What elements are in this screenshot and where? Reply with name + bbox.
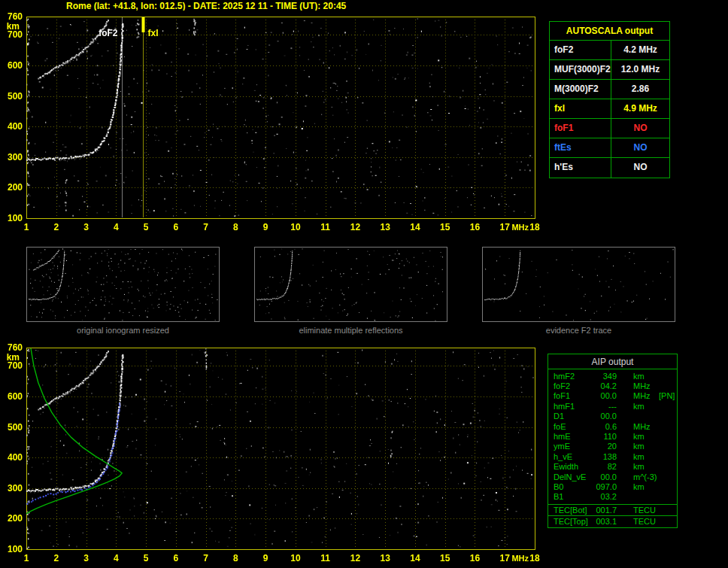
aip-param-unit: km (633, 402, 659, 411)
autoscala-param-value: NO (611, 158, 669, 178)
autoscala-table-title: AUTOSCALA output (550, 22, 669, 41)
aip-row-hmf2: hmF2349km (548, 371, 677, 381)
aip-param-value: 03.2 (591, 492, 617, 501)
aip-param-unit: km (633, 482, 659, 491)
aip-param-value: 138 (591, 452, 617, 461)
thumbnail-evidence-f2 (483, 248, 675, 321)
thumbnail-evidence-f2-frame (482, 247, 675, 322)
aip-row-ewidth: Ewidth82km (548, 462, 677, 472)
aip-param-name: B0 (554, 482, 591, 491)
aip-param-value: 110 (591, 432, 617, 441)
aip-param-name: foE (554, 422, 591, 431)
thumbnail-original-ionogram (27, 248, 219, 321)
aip-row-yme: ymE20km (548, 442, 677, 451)
aip-row-tecbot: TEC[Bot]001.7TECU (548, 504, 677, 516)
autoscala-table-body: foF24.2 MHzMUF(3000)F212.0 MHzM(3000)F22… (550, 41, 669, 178)
aip-param-name: TEC[Top] (554, 517, 591, 526)
bottom-ionogram-chart (0, 342, 544, 567)
aip-param-unit: MHz (633, 391, 659, 400)
autoscala-param-value: NO (611, 119, 669, 138)
aip-param-name: h_vE (554, 452, 591, 461)
thumbnail-caption-eliminate: eliminate multiple reflections (254, 326, 447, 335)
autoscala-param-value: 2.86 (611, 80, 669, 99)
autoscala-param-name: foF1 (550, 119, 611, 138)
aip-param-unit: TECU (633, 517, 659, 526)
aip-param-value: 00.0 (591, 472, 617, 481)
autoscala-row-fxi: fxI4.9 MHz (550, 99, 669, 119)
station-date-header: Rome (lat: +41.8, lon: 012.5) - DATE: 20… (66, 1, 346, 11)
aip-param-value: 00.0 (591, 412, 617, 421)
aip-param-unit: m^(-3) (633, 472, 659, 481)
aip-param-unit: MHz (633, 422, 659, 431)
autoscala-app-window: Rome (lat: +41.8, lon: 012.5) - DATE: 20… (0, 0, 728, 568)
aip-row-d1: D100.0 (548, 412, 677, 421)
aip-param-unit: TECU (633, 506, 659, 515)
aip-param-value: 349 (591, 372, 617, 381)
aip-param-name: B1 (554, 492, 591, 501)
aip-row-tectop: TEC[Top]003.1TECU (548, 516, 677, 526)
autoscala-param-name: foF2 (550, 41, 611, 59)
aip-param-value: --- (591, 402, 617, 411)
aip-param-value: 82 (591, 462, 617, 471)
thumbnail-eliminate-reflections (255, 248, 447, 321)
aip-param-value: 097.0 (591, 482, 617, 491)
aip-param-note: [PN] (659, 391, 677, 400)
aip-param-value: 003.1 (591, 517, 617, 526)
autoscala-param-name: M(3000)F2 (550, 80, 611, 99)
autoscala-row-fof1: foF1NO (550, 119, 669, 138)
aip-param-value: 0.6 (591, 422, 617, 431)
autoscala-param-name: h'Es (550, 158, 611, 178)
aip-row-foe: foE0.6MHz (548, 421, 677, 431)
autoscala-param-value: 4.9 MHz (611, 99, 669, 118)
autoscala-row-hes: h'EsNO (550, 158, 669, 178)
aip-row-delnve: DelN_vE00.0m^(-3) (548, 472, 677, 481)
aip-param-value: 20 (591, 442, 617, 451)
aip-param-unit: km (633, 452, 659, 461)
autoscala-row-muf3000f2: MUF(3000)F212.0 MHz (550, 60, 669, 80)
aip-param-name: DelN_vE (554, 472, 591, 481)
top-ionogram-chart (0, 11, 544, 236)
autoscala-param-name: ftEs (550, 138, 611, 157)
aip-param-unit: km (633, 432, 659, 441)
aip-table-body: hmF2349kmfoF204.2MHzfoF100.0MHz[PN]hmF1-… (548, 371, 677, 526)
autoscala-row-ftes: ftEsNO (550, 138, 669, 158)
thumbnail-eliminate-reflections-frame (254, 247, 447, 322)
autoscala-param-name: fxI (550, 99, 611, 118)
aip-param-name: hmF2 (554, 372, 591, 381)
aip-param-unit: km (633, 442, 659, 451)
aip-row-hme: hmE110km (548, 431, 677, 441)
aip-param-name: hmE (554, 432, 591, 441)
aip-param-name: TEC[Bot] (554, 506, 591, 515)
aip-param-value: 001.7 (591, 506, 617, 515)
aip-param-unit: km (633, 372, 659, 381)
aip-param-unit: MHz (633, 381, 659, 390)
autoscala-param-value: 4.2 MHz (611, 41, 669, 59)
aip-param-name: foF1 (554, 391, 591, 400)
aip-param-unit: km (633, 462, 659, 471)
aip-output-table: AIP output hmF2349kmfoF204.2MHzfoF100.0M… (548, 354, 678, 528)
aip-row-hve: h_vE138km (548, 451, 677, 461)
aip-param-value: 00.0 (591, 391, 617, 400)
thumbnail-original-ionogram-frame (26, 247, 220, 322)
autoscala-param-value: NO (611, 138, 669, 157)
thumbnail-caption-evidence: evidence F2 trace (482, 326, 675, 335)
aip-param-name: Ewidth (554, 462, 591, 471)
autoscala-output-table: AUTOSCALA output foF24.2 MHzMUF(3000)F21… (549, 21, 670, 178)
aip-param-name: hmF1 (554, 402, 591, 411)
autoscala-param-name: MUF(3000)F2 (550, 60, 611, 79)
aip-row-hmf1: hmF1---km (548, 401, 677, 411)
aip-param-name: ymE (554, 442, 591, 451)
autoscala-row-fof2: foF24.2 MHz (550, 41, 669, 60)
autoscala-param-value: 12.0 MHz (611, 60, 669, 79)
aip-param-name: D1 (554, 412, 591, 421)
aip-table-title: AIP output (548, 354, 677, 369)
autoscala-row-m3000f2: M(3000)F22.86 (550, 80, 669, 99)
aip-param-name: foF2 (554, 381, 591, 390)
aip-row-fof2: foF204.2MHz (548, 381, 677, 390)
aip-param-value: 04.2 (591, 381, 617, 390)
aip-row-b1: B103.2 (548, 492, 677, 502)
aip-row-b0: B0097.0km (548, 481, 677, 491)
aip-row-fof1: foF100.0MHz[PN] (548, 391, 677, 401)
thumbnail-caption-original: original ionogram resized (26, 326, 220, 335)
